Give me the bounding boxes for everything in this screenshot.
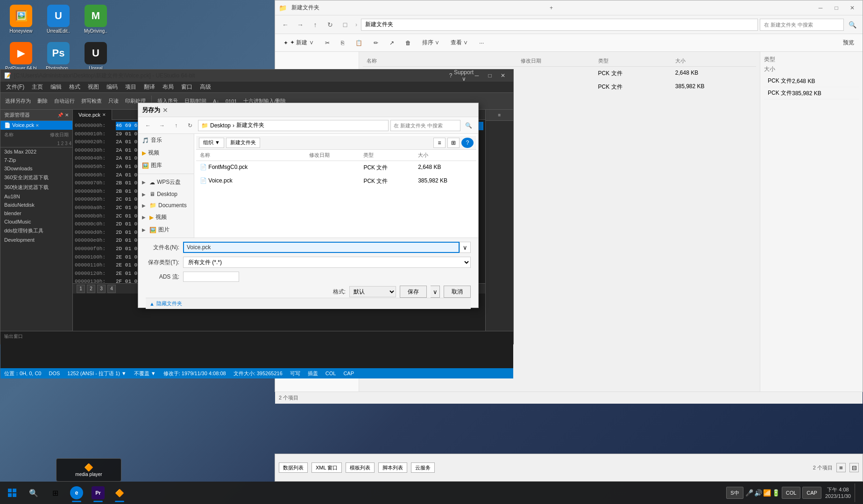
uestudio-maximize-btn[interactable]: □ (483, 70, 496, 81)
view-toggle-btn[interactable]: ≡ (433, 138, 446, 148)
explorer-location-toggle-btn[interactable]: □ (339, 18, 352, 31)
tree-item-development[interactable]: Development (0, 236, 72, 244)
more-btn[interactable]: ··· (474, 36, 488, 49)
explorer-search-input[interactable] (760, 19, 844, 31)
cut-btn[interactable]: ✂ (320, 36, 334, 49)
menu-layout[interactable]: 布局 (159, 82, 177, 92)
toolbar-delete[interactable]: 删除 (35, 95, 50, 108)
battery-icon[interactable]: 🔋 (772, 489, 780, 497)
tree-item-blender[interactable]: blender (0, 209, 72, 217)
paste-btn[interactable]: 📋 (351, 36, 367, 49)
dialog-tree-desktop[interactable]: ▶ 🖥 Desktop (138, 189, 194, 200)
tab-xml[interactable]: XML 窗口 (311, 462, 342, 473)
desktop-icon-honeyview[interactable]: 🖼️ Honeyview (5, 5, 37, 34)
explorer-search-btn[interactable]: 🔍 (846, 18, 859, 31)
tree-item-3dsmax[interactable]: 3ds Max 2022 (0, 147, 72, 156)
ue-tab-voice[interactable]: Voice.pck ✕ (73, 110, 112, 120)
page-tab-2[interactable]: 2 (87, 285, 95, 293)
page-tab-3[interactable]: 3 (97, 285, 106, 293)
toolbar-spellcheck[interactable]: 拼写检查 (78, 95, 105, 108)
menu-home[interactable]: 主页 (28, 82, 47, 92)
tab-script[interactable]: 脚本列表 (378, 462, 407, 473)
share-btn[interactable]: ↗ (385, 36, 399, 49)
taskbar-taskview-btn[interactable]: ⊞ (45, 483, 65, 503)
view-detail-btn[interactable]: ⊟ (849, 463, 859, 472)
sound-icon[interactable]: 🔊 (754, 489, 762, 497)
save-button[interactable]: 保存 (400, 286, 427, 298)
menu-view[interactable]: 视图 (84, 82, 103, 92)
uestudio-minimize-btn[interactable]: ─ (470, 70, 483, 81)
col-indicator[interactable]: COL (782, 487, 801, 499)
new-btn[interactable]: ✦ ✦ 新建 ∨ (279, 36, 318, 49)
dialog-forward-btn[interactable]: → (156, 119, 168, 132)
explorer-up-btn[interactable]: ↑ (309, 18, 322, 31)
preview-btn[interactable]: 预览 (838, 36, 859, 49)
input-method-btn[interactable]: S中 (726, 487, 743, 499)
hidden-files-toggle[interactable]: ▲ 隐藏文件夹 (149, 300, 182, 307)
explorer-back-btn[interactable]: ← (279, 18, 292, 31)
tab-template[interactable]: 模板列表 (346, 462, 375, 473)
tree-item-voice-pck[interactable]: 📄 Voice.pck ✕ (0, 121, 72, 130)
dialog-close-btn[interactable]: ✕ (160, 105, 170, 115)
explorer-minimize-btn[interactable]: ─ (814, 3, 827, 13)
menu-edit[interactable]: 编辑 (47, 82, 65, 92)
dialog-search-btn[interactable]: 🔍 (462, 119, 474, 132)
delete-btn[interactable]: 🗑 (401, 36, 416, 49)
filetype-select[interactable]: 所有文件 (*.*) (183, 257, 471, 268)
taskbar-search-btn[interactable]: 🔍 (23, 483, 44, 503)
tab-cloud[interactable]: 云服务 (411, 462, 435, 473)
toolbar-autorun[interactable]: 自动运行 (51, 95, 78, 108)
format-select[interactable]: 默认 (349, 286, 396, 297)
dialog-refresh-btn[interactable]: ↻ (184, 119, 196, 132)
dialog-tree-videos[interactable]: ▶ ▶ 视频 (138, 211, 194, 224)
dialog-tree-wps[interactable]: ▶ ☁ WPS云盘 (138, 176, 194, 189)
dialog-nav-video[interactable]: ▶ 视频 (138, 147, 194, 159)
dialog-back-btn[interactable]: ← (142, 119, 154, 132)
page-tab-4[interactable]: 4 (107, 285, 116, 293)
uestudio-close-btn[interactable]: ✕ (496, 70, 509, 81)
menu-translate[interactable]: 翻译 (140, 82, 159, 92)
tree-item-au18n[interactable]: Au18N (0, 192, 72, 201)
network-icon[interactable]: 📶 (763, 489, 771, 497)
dialog-tree-pictures[interactable]: ▶ 🖼️ 图片 (138, 224, 194, 236)
menu-format[interactable]: 格式 (65, 82, 84, 92)
panel-pin-btn[interactable]: 📌 (57, 112, 63, 118)
rename-btn[interactable]: ✏ (369, 36, 383, 49)
filename-input[interactable] (183, 242, 460, 253)
menu-encode[interactable]: 编码 (103, 82, 121, 92)
new-folder-btn[interactable]: 新建文件夹 (226, 138, 260, 148)
menu-file[interactable]: 文件(F) (2, 82, 28, 92)
view-btn-top[interactable]: 查看 ∨ (446, 36, 473, 49)
dialog-search-input[interactable] (390, 120, 460, 131)
dialog-tree-documents[interactable]: ▶ 📁 Documents (138, 200, 194, 211)
dialog-up-btn[interactable]: ↑ (170, 119, 182, 132)
dialog-address-bar[interactable]: 📁 Desktop › 新建文件夹 (198, 120, 389, 131)
system-clock[interactable]: 下午 4:08 2023/11/30 (823, 486, 853, 500)
ads-input[interactable] (183, 272, 239, 282)
tree-item-baidunetdisk[interactable]: BaiduNetdisk (0, 201, 72, 209)
tree-item-dds[interactable]: dds纹理转换工具 (0, 226, 72, 236)
filename-dropdown-btn[interactable]: ∨ (460, 242, 471, 253)
explorer-maximize-btn[interactable]: □ (830, 3, 843, 13)
toolbar-select-save[interactable]: 选择另存为 (2, 95, 34, 108)
copy-btn[interactable]: ⎘ (336, 36, 349, 49)
menu-advanced[interactable]: 高级 (196, 82, 215, 92)
tree-item-360fast[interactable]: 360快速浏览器下载 (0, 182, 72, 192)
menu-project[interactable]: 项目 (121, 82, 140, 92)
explorer-forward-btn[interactable]: → (294, 18, 307, 31)
uestudio-right-panel-header[interactable]: ≡ (486, 110, 513, 121)
close-voice-tab[interactable]: ✕ (35, 123, 39, 128)
dialog-file-fontmsgc0[interactable]: 📄 FontMsgC0.pck PCK 文件 2,648 KB (196, 161, 476, 175)
close-tab-voice[interactable]: ✕ (102, 112, 106, 117)
desktop-icon-unrealedit[interactable]: U UrrealEdit.. (42, 5, 75, 34)
explorer-close-btn[interactable]: ✕ (846, 3, 859, 13)
toolbar-readonly[interactable]: 只读 (106, 95, 121, 108)
taskbar-edge[interactable]: e (66, 483, 87, 503)
tree-item-3downloads[interactable]: 3Downloads (0, 164, 72, 173)
tree-item-cloudmusic[interactable]: CloudMusic (0, 217, 72, 226)
show-desktop-btn[interactable] (855, 483, 857, 502)
explorer-new-tab-btn[interactable]: + (545, 3, 558, 13)
view-grid-btn[interactable]: ⊞ (447, 138, 460, 148)
save-dropdown-btn[interactable]: ∨ (431, 286, 440, 298)
uestudio-support-btn[interactable]: Support ∨ (457, 70, 470, 81)
